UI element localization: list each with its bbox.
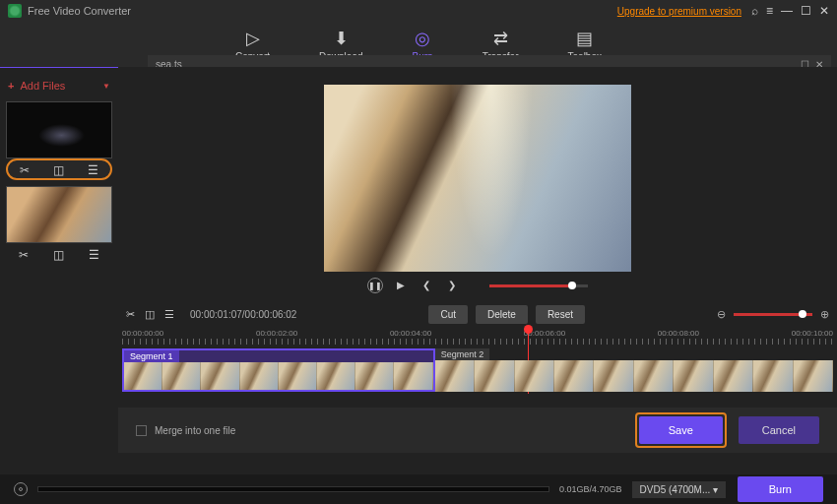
ruler-tick: 00:00:10:00 bbox=[792, 329, 833, 338]
editor-panel: ❚❚ ▶ ❮ ❯ ✂ ◫ ☰ 00:00:01:07/00:00:06:02 C… bbox=[118, 67, 837, 504]
save-highlight: Save bbox=[635, 412, 727, 448]
stop-button[interactable]: ▶ bbox=[393, 278, 409, 293]
premium-link[interactable]: Upgrade to premium version bbox=[617, 6, 741, 17]
clip-tools: ✂ ◫ ☰ bbox=[6, 243, 112, 265]
disc-icon: ◎ bbox=[415, 28, 430, 49]
search-icon[interactable]: ⌕ bbox=[751, 4, 758, 18]
disc-select-label: DVD5 (4700M... bbox=[640, 484, 711, 495]
plus-icon: + bbox=[8, 80, 14, 92]
adjust-icon[interactable]: ☰ bbox=[89, 248, 99, 262]
pause-button[interactable]: ❚❚ bbox=[367, 278, 383, 293]
segment-1[interactable]: Segment 1 bbox=[122, 348, 435, 392]
minimize-icon[interactable]: — bbox=[781, 4, 793, 18]
clip-1[interactable]: ✂ ◫ ☰ bbox=[6, 101, 112, 180]
download-icon: ⬇ bbox=[334, 28, 349, 49]
sidebar: + Add Files ▼ ✂ ◫ ☰ ✂ ◫ ☰ bbox=[0, 67, 118, 504]
cut-button[interactable]: Cut bbox=[428, 305, 468, 324]
app-title: Free Video Converter bbox=[28, 5, 131, 17]
clip-2[interactable]: ✂ ◫ ☰ bbox=[6, 186, 112, 265]
menu-icon[interactable]: ≡ bbox=[766, 4, 773, 18]
segment-label: Segment 2 bbox=[435, 348, 490, 360]
merge-label: Merge into one file bbox=[155, 425, 235, 436]
ruler[interactable]: 00:00:00:00 00:00:02:00 00:00:04:00 00:0… bbox=[118, 327, 837, 345]
zoom-in-icon[interactable]: ⊕ bbox=[820, 308, 829, 321]
app-icon bbox=[8, 4, 22, 18]
video-preview bbox=[324, 85, 631, 272]
clip-tools-highlighted: ✂ ◫ ☰ bbox=[6, 158, 112, 180]
adjust-icon[interactable]: ☰ bbox=[88, 163, 98, 177]
clip-thumbnail bbox=[6, 101, 112, 158]
burn-button[interactable]: Burn bbox=[738, 476, 823, 502]
reset-button[interactable]: Reset bbox=[536, 305, 585, 324]
crop-icon[interactable]: ◫ bbox=[53, 248, 64, 262]
maximize-icon[interactable]: ☐ bbox=[801, 4, 811, 18]
adjust-icon[interactable]: ☰ bbox=[164, 308, 174, 321]
window-controls: ⌕ ≡ — ☐ ✕ bbox=[751, 4, 829, 18]
segment-2[interactable]: Segment 2 bbox=[435, 348, 833, 392]
crop-icon[interactable]: ◫ bbox=[53, 163, 64, 177]
track: Segment 1 Segment 2 bbox=[122, 348, 833, 392]
cancel-button[interactable]: Cancel bbox=[739, 416, 819, 444]
timeline: 00:00:00:00 00:00:02:00 00:00:04:00 00:0… bbox=[118, 327, 837, 394]
disc-select[interactable]: DVD5 (4700M... ▾ bbox=[632, 481, 726, 498]
bottom-panel: Merge into one file Save Cancel bbox=[118, 408, 837, 453]
timecode: 00:00:01:07/00:00:06:02 bbox=[190, 309, 296, 320]
player-controls: ❚❚ ▶ ❮ ❯ bbox=[367, 278, 588, 293]
zoom-slider[interactable] bbox=[734, 313, 812, 316]
close-icon[interactable]: ✕ bbox=[819, 4, 829, 18]
storage-text: 0.01GB/4.70GB bbox=[559, 484, 622, 494]
clip-thumbnail bbox=[6, 186, 112, 243]
seek-slider[interactable] bbox=[489, 284, 588, 287]
edit-toolbar: ✂ ◫ ☰ 00:00:01:07/00:00:06:02 Cut Delete… bbox=[118, 303, 837, 325]
ruler-tick: 00:00:02:00 bbox=[256, 329, 297, 338]
zoom-control: ⊖ ⊕ bbox=[717, 308, 829, 321]
crop-icon[interactable]: ◫ bbox=[145, 308, 155, 321]
cut-icon[interactable]: ✂ bbox=[19, 248, 29, 262]
disc-icon bbox=[14, 482, 28, 496]
segment-label: Segment 1 bbox=[124, 350, 179, 362]
save-button[interactable]: Save bbox=[639, 416, 723, 444]
add-files-button[interactable]: + Add Files ▼ bbox=[6, 76, 112, 101]
prev-frame-button[interactable]: ❮ bbox=[418, 278, 434, 293]
play-icon: ▷ bbox=[246, 28, 260, 49]
add-files-label: Add Files bbox=[20, 80, 65, 92]
ruler-tick: 00:00:08:00 bbox=[658, 329, 699, 338]
toolbox-icon: ▤ bbox=[576, 28, 593, 49]
ruler-tick: 00:00:00:00 bbox=[122, 329, 163, 338]
zoom-out-icon[interactable]: ⊖ bbox=[717, 308, 726, 321]
titlebar: Free Video Converter Upgrade to premium … bbox=[0, 0, 837, 22]
chevron-down-icon: ▼ bbox=[102, 82, 110, 91]
cut-icon[interactable]: ✂ bbox=[20, 163, 30, 177]
preview-frame bbox=[324, 85, 631, 272]
transfer-icon: ⇄ bbox=[493, 28, 508, 49]
delete-button[interactable]: Delete bbox=[476, 305, 528, 324]
footer: 0.01GB/4.70GB DVD5 (4700M... ▾ Burn bbox=[0, 474, 837, 504]
storage-bar bbox=[37, 486, 549, 492]
ruler-tick: 00:00:04:00 bbox=[390, 329, 431, 338]
merge-checkbox[interactable] bbox=[136, 425, 147, 436]
cut-icon[interactable]: ✂ bbox=[126, 308, 135, 321]
next-frame-button[interactable]: ❯ bbox=[444, 278, 460, 293]
